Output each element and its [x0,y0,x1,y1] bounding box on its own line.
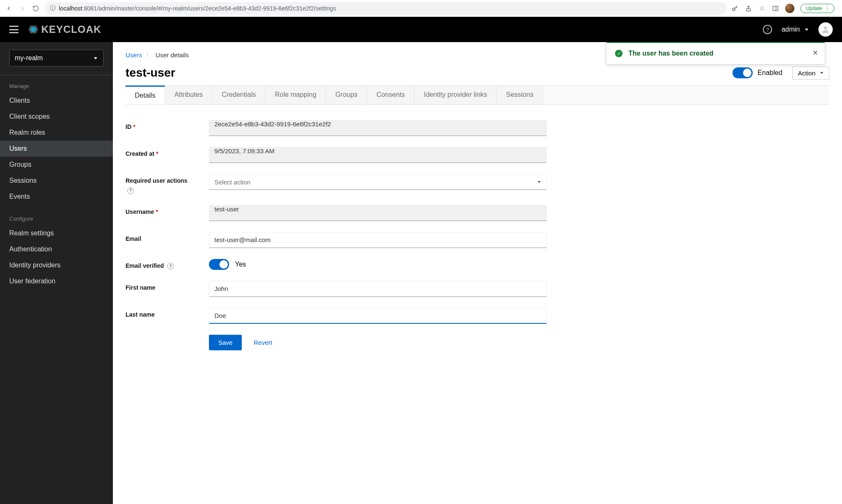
username-field: test-user [209,205,547,221]
tab-consents[interactable]: Consents [367,86,415,104]
chevron-down-icon [93,56,98,61]
revert-button[interactable]: Revert [254,335,272,350]
breadcrumb-users-link[interactable]: Users [126,51,142,59]
svg-marker-8 [94,57,97,59]
tab-sessions[interactable]: Sessions [497,86,543,104]
svg-marker-6 [805,29,808,31]
sidebar-item-groups[interactable]: Groups [0,157,113,173]
url-port: :8081 [82,5,97,12]
sidebar-section-configure: Configure [0,212,113,225]
id-field: 2ece2e54-e8b3-43d2-9919-6e6f2c31e2f2 [209,120,547,136]
page-title: test-user [126,66,175,80]
help-icon[interactable]: ? [763,25,772,34]
sidebar-item-sessions[interactable]: Sessions [0,173,113,189]
svg-marker-9 [821,72,823,74]
key-icon[interactable] [731,5,739,12]
sidebar-divider [0,75,113,75]
svg-point-0 [732,8,735,11]
save-button[interactable]: Save [209,335,242,350]
tab-idp-links[interactable]: Identity provider links [414,86,497,104]
last-name-field[interactable] [209,308,547,324]
url-host: localhost [59,5,82,12]
kebab-icon: ⋮ [825,5,830,11]
last-name-label: Last name [126,308,197,318]
email-verified-toggle[interactable] [209,259,229,270]
help-icon[interactable]: ? [127,187,134,194]
tab-role-mapping[interactable]: Role mapping [265,86,326,104]
share-icon[interactable] [745,5,752,12]
update-label: Update [806,5,822,11]
sidebar-item-clients[interactable]: Clients [0,93,113,109]
enabled-toggle[interactable] [732,67,753,78]
browser-update-button[interactable]: Update ⋮ [800,4,834,13]
user-tabs: Details Attributes Credentials Role mapp… [126,85,829,105]
toast-close-icon[interactable]: ✕ [813,49,818,57]
realm-selector[interactable]: my-realm [9,50,104,67]
svg-point-7 [824,27,827,29]
sidebar: my-realm Manage Clients Client scopes Re… [0,42,113,504]
chevron-right-icon: 〉 [146,51,151,59]
chevron-down-icon [804,27,809,32]
sidebar-item-users[interactable]: Users [0,141,113,157]
sidebar-item-identity-providers[interactable]: Identity providers [0,257,113,273]
keycloak-logo-icon [27,23,40,36]
sidebar-item-realm-roles[interactable]: Realm roles [0,125,113,141]
browser-url-bar[interactable]: ⓘ localhost:8081/admin/master/console/#/… [45,2,727,15]
user-avatar-icon[interactable] [818,22,833,37]
panel-icon[interactable] [772,5,779,12]
main-content: Users 〉 User details test-user Enabled A… [113,42,842,504]
browser-reload-icon[interactable] [31,4,40,13]
browser-toolbar: ⓘ localhost:8081/admin/master/console/#/… [0,0,842,17]
required-actions-label: Required user actions ? [126,174,197,194]
menu-toggle-icon[interactable] [9,26,19,33]
browser-back-icon[interactable] [4,4,13,13]
browser-forward-icon [18,4,27,13]
sidebar-item-events[interactable]: Events [0,189,113,205]
url-path: /admin/master/console/#/my-realm/users/2… [97,5,336,12]
svg-rect-2 [773,6,778,11]
success-toast: ✓ The user has been created ✕ [606,42,825,64]
email-verified-value: Yes [235,261,246,268]
toast-message: The user has been created [628,50,714,57]
email-label: Email [126,232,197,242]
bookmark-star-icon[interactable]: ☆ [758,5,766,12]
realm-name: my-realm [15,54,43,62]
tab-credentials[interactable]: Credentials [213,86,266,104]
email-verified-label: Email verified ? [126,259,197,270]
chevron-down-icon [537,180,541,184]
action-dropdown[interactable]: Action [792,67,829,80]
user-menu-button[interactable]: admin [781,26,809,33]
action-label: Action [798,69,815,77]
sidebar-item-client-scopes[interactable]: Client scopes [0,109,113,125]
sidebar-section-manage: Manage [0,80,113,93]
brand-logo[interactable]: KEYCLOAK [27,23,102,36]
created-label: Created at* [126,147,197,157]
user-details-form: ID* 2ece2e54-e8b3-43d2-9919-6e6f2c31e2f2… [126,105,547,350]
profile-avatar-icon[interactable] [785,4,794,13]
sidebar-item-user-federation[interactable]: User federation [0,273,113,289]
created-field: 9/5/2023, 7:09:33 AM [209,147,547,163]
app-header: KEYCLOAK ? admin [0,17,842,42]
tab-details[interactable]: Details [126,85,165,104]
help-icon[interactable]: ? [167,263,174,269]
email-field[interactable] [209,232,547,248]
tab-attributes[interactable]: Attributes [165,86,213,104]
sidebar-item-realm-settings[interactable]: Realm settings [0,225,113,241]
chevron-down-icon [820,71,824,75]
first-name-label: First name [126,281,197,291]
svg-marker-10 [538,181,541,183]
first-name-field[interactable] [209,281,547,297]
sidebar-item-authentication[interactable]: Authentication [0,241,113,257]
enabled-label: Enabled [758,69,783,77]
username-label: Username* [126,205,197,215]
required-actions-placeholder: Select action [214,179,251,186]
id-label: ID* [126,120,197,130]
brand-text: KEYCLOAK [41,24,102,35]
required-actions-select[interactable]: Select action [209,174,547,190]
tab-groups[interactable]: Groups [326,86,367,104]
success-check-icon: ✓ [615,50,623,57]
user-menu-label: admin [781,26,800,33]
breadcrumb-current: User details [155,51,189,59]
site-info-icon[interactable]: ⓘ [50,5,56,12]
